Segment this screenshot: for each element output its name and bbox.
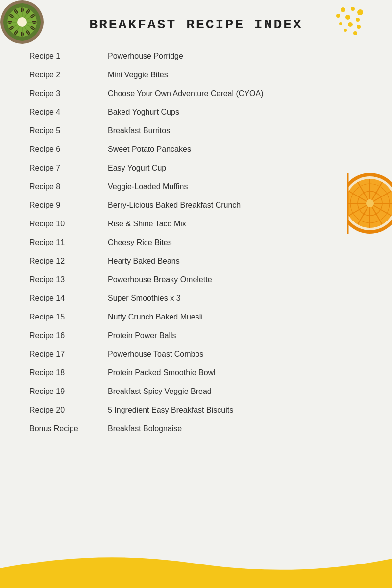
- recipe-row: Recipe 16Protein Power Balls: [29, 326, 363, 345]
- recipe-number: Recipe 20: [29, 406, 108, 415]
- orange-decoration: [338, 172, 392, 235]
- recipe-row: Recipe 11Cheesy Rice Bites: [29, 233, 363, 252]
- recipe-number: Recipe 11: [29, 238, 108, 247]
- kiwi-decoration: [0, 0, 44, 44]
- recipe-number: Recipe 16: [29, 331, 108, 340]
- recipe-row: Recipe 205 Ingredient Easy Breakfast Bis…: [29, 401, 363, 419]
- svg-point-33: [356, 18, 360, 22]
- svg-point-31: [336, 14, 340, 18]
- recipe-number: Recipe 6: [29, 145, 108, 154]
- recipe-number: Recipe 12: [29, 257, 108, 266]
- recipe-number: Recipe 2: [29, 71, 108, 79]
- recipe-row: Recipe 5Breakfast Burritos: [29, 122, 363, 140]
- recipe-row: Recipe 9Berry-Licious Baked Breakfast Cr…: [29, 196, 363, 215]
- svg-point-30: [357, 9, 363, 15]
- recipe-name: Rise & Shine Taco Mix: [108, 220, 186, 228]
- recipe-name: 5 Ingredient Easy Breakfast Biscuits: [108, 406, 233, 415]
- recipe-row: Recipe 3Choose Your Own Adventure Cereal…: [29, 84, 363, 103]
- recipe-name: Mini Veggie Bites: [108, 71, 168, 79]
- recipe-number: Recipe 15: [29, 313, 108, 321]
- svg-point-37: [344, 29, 347, 32]
- recipe-name: Berry-Licious Baked Breakfast Crunch: [108, 201, 241, 210]
- recipe-name: Protein Power Balls: [108, 331, 176, 340]
- recipe-name: Easy Yogurt Cup: [108, 164, 166, 172]
- recipe-row: Recipe 10Rise & Shine Taco Mix: [29, 215, 363, 233]
- recipe-row: Recipe 17Powerhouse Toast Combos: [29, 345, 363, 364]
- recipe-row: Recipe 8Veggie-Loaded Muffins: [29, 177, 363, 196]
- recipe-name: Veggie-Loaded Muffins: [108, 182, 188, 191]
- recipe-number: Recipe 14: [29, 294, 108, 303]
- dots-decoration: [304, 5, 363, 46]
- svg-point-29: [351, 7, 355, 11]
- recipe-row: Recipe 15Nutty Crunch Baked Muesli: [29, 308, 363, 326]
- recipe-number: Recipe 4: [29, 108, 108, 117]
- recipe-row: Recipe 14Super Smoothies x 3: [29, 289, 363, 308]
- svg-point-35: [348, 22, 353, 27]
- recipe-row: Recipe 4Baked Yoghurt Cups: [29, 103, 363, 122]
- recipe-row: Recipe 2Mini Veggie Bites: [29, 66, 363, 84]
- svg-point-36: [357, 25, 361, 29]
- svg-point-3: [17, 17, 27, 27]
- recipe-list: Recipe 1Powerhouse PorridgeRecipe 2Mini …: [0, 47, 392, 438]
- recipe-name: Nutty Crunch Baked Muesli: [108, 313, 203, 321]
- recipe-number: Bonus Recipe: [29, 424, 108, 433]
- recipe-row: Recipe 1Powerhouse Porridge: [29, 47, 363, 66]
- recipe-name: Baked Yoghurt Cups: [108, 108, 179, 117]
- svg-point-38: [353, 31, 357, 35]
- recipe-number: Recipe 13: [29, 275, 108, 284]
- recipe-name: Breakfast Spicy Veggie Bread: [108, 387, 212, 396]
- recipe-name: Sweet Potato Pancakes: [108, 145, 191, 154]
- svg-point-28: [341, 7, 345, 12]
- svg-point-34: [339, 22, 342, 25]
- recipe-row: Recipe 12Hearty Baked Beans: [29, 252, 363, 270]
- recipe-number: Recipe 5: [29, 126, 108, 135]
- recipe-number: Recipe 1: [29, 52, 108, 61]
- recipe-name: Hearty Baked Beans: [108, 257, 180, 266]
- recipe-row: Recipe 6Sweet Potato Pancakes: [29, 140, 363, 159]
- recipe-number: Recipe 3: [29, 89, 108, 98]
- recipe-row: Recipe 18Protein Packed Smoothie Bowl: [29, 364, 363, 382]
- recipe-number: Recipe 19: [29, 387, 108, 396]
- recipe-number: Recipe 17: [29, 350, 108, 359]
- recipe-number: Recipe 7: [29, 164, 108, 172]
- recipe-name: Protein Packed Smoothie Bowl: [108, 368, 216, 377]
- recipe-name: Choose Your Own Adventure Cereal (CYOA): [108, 89, 264, 98]
- recipe-row: Recipe 13Powerhouse Breaky Omelette: [29, 270, 363, 289]
- recipe-number: Recipe 9: [29, 201, 108, 210]
- recipe-name: Powerhouse Breaky Omelette: [108, 275, 212, 284]
- recipe-name: Powerhouse Toast Combos: [108, 350, 203, 359]
- recipe-row: Recipe 19Breakfast Spicy Veggie Bread: [29, 382, 363, 401]
- recipe-name: Super Smoothies x 3: [108, 294, 181, 303]
- svg-point-55: [366, 199, 374, 207]
- wave-bottom-decoration: [0, 549, 392, 588]
- recipe-name: Powerhouse Porridge: [108, 52, 183, 61]
- svg-point-32: [345, 15, 350, 20]
- recipe-name: Cheesy Rice Bites: [108, 238, 172, 247]
- recipe-name: Breakfast Bolognaise: [108, 424, 182, 433]
- recipe-number: Recipe 10: [29, 220, 108, 228]
- page: BREAKFAST RECIPE INDEX Recipe 1Powerhous…: [0, 0, 392, 588]
- recipe-number: Recipe 18: [29, 368, 108, 377]
- recipe-row: Bonus RecipeBreakfast Bolognaise: [29, 419, 363, 438]
- recipe-number: Recipe 8: [29, 182, 108, 191]
- recipe-name: Breakfast Burritos: [108, 126, 170, 135]
- recipe-row: Recipe 7Easy Yogurt Cup: [29, 159, 363, 177]
